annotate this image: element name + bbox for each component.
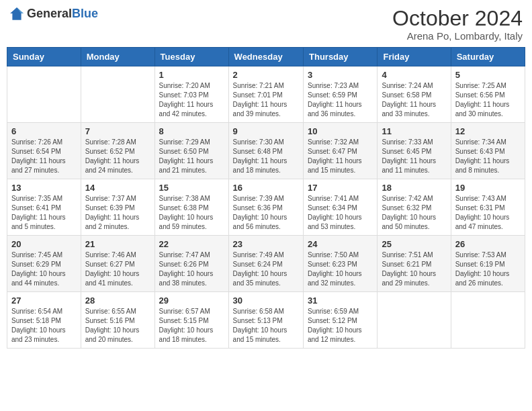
day-number: 20 bbox=[11, 239, 77, 249]
day-info: Sunrise: 6:54 AM Sunset: 5:18 PM Dayligh… bbox=[11, 307, 77, 345]
day-number: 3 bbox=[308, 70, 373, 80]
day-info: Sunrise: 7:21 AM Sunset: 7:01 PM Dayligh… bbox=[233, 81, 299, 119]
day-number: 22 bbox=[159, 239, 224, 249]
day-info: Sunrise: 7:47 AM Sunset: 6:26 PM Dayligh… bbox=[159, 250, 224, 288]
day-number: 25 bbox=[382, 239, 446, 249]
weekday-header-row: SundayMondayTuesdayWednesdayThursdayFrid… bbox=[7, 48, 525, 66]
day-number: 16 bbox=[233, 183, 299, 193]
day-info: Sunrise: 7:24 AM Sunset: 6:58 PM Dayligh… bbox=[382, 81, 446, 119]
day-cell: 1Sunrise: 7:20 AM Sunset: 7:03 PM Daylig… bbox=[154, 66, 228, 123]
day-cell: 18Sunrise: 7:42 AM Sunset: 6:32 PM Dayli… bbox=[378, 179, 451, 236]
day-info: Sunrise: 7:32 AM Sunset: 6:47 PM Dayligh… bbox=[308, 138, 373, 175]
day-cell: 6Sunrise: 7:26 AM Sunset: 6:54 PM Daylig… bbox=[7, 123, 81, 179]
day-info: Sunrise: 7:53 AM Sunset: 6:19 PM Dayligh… bbox=[455, 250, 521, 288]
day-number: 10 bbox=[308, 126, 373, 136]
calendar-table: SundayMondayTuesdayWednesdayThursdayFrid… bbox=[7, 47, 525, 349]
day-info: Sunrise: 7:23 AM Sunset: 6:59 PM Dayligh… bbox=[308, 81, 373, 119]
day-info: Sunrise: 7:41 AM Sunset: 6:34 PM Dayligh… bbox=[308, 194, 373, 232]
logo-icon bbox=[9, 7, 24, 21]
svg-marker-0 bbox=[10, 7, 24, 20]
day-number: 30 bbox=[233, 295, 299, 306]
day-number: 19 bbox=[455, 183, 521, 193]
weekday-header-tuesday: Tuesday bbox=[154, 48, 228, 66]
logo: GeneralBlue bbox=[9, 7, 98, 21]
day-cell bbox=[7, 66, 81, 123]
week-row-2: 6Sunrise: 7:26 AM Sunset: 6:54 PM Daylig… bbox=[7, 123, 525, 179]
day-info: Sunrise: 7:28 AM Sunset: 6:52 PM Dayligh… bbox=[85, 138, 150, 175]
day-cell: 17Sunrise: 7:41 AM Sunset: 6:34 PM Dayli… bbox=[304, 179, 378, 236]
location-title: Arena Po, Lombardy, Italy bbox=[392, 30, 523, 42]
weekday-header-thursday: Thursday bbox=[304, 48, 378, 66]
day-cell: 3Sunrise: 7:23 AM Sunset: 6:59 PM Daylig… bbox=[304, 66, 378, 123]
day-cell bbox=[378, 292, 451, 349]
day-cell: 7Sunrise: 7:28 AM Sunset: 6:52 PM Daylig… bbox=[81, 123, 154, 179]
day-cell: 19Sunrise: 7:43 AM Sunset: 6:31 PM Dayli… bbox=[451, 179, 525, 236]
day-number: 21 bbox=[85, 239, 150, 249]
day-cell: 10Sunrise: 7:32 AM Sunset: 6:47 PM Dayli… bbox=[304, 123, 378, 179]
day-info: Sunrise: 7:38 AM Sunset: 6:38 PM Dayligh… bbox=[159, 194, 224, 232]
day-number: 4 bbox=[382, 70, 446, 80]
day-info: Sunrise: 7:34 AM Sunset: 6:43 PM Dayligh… bbox=[455, 138, 521, 175]
day-info: Sunrise: 7:29 AM Sunset: 6:50 PM Dayligh… bbox=[159, 138, 224, 175]
weekday-header-saturday: Saturday bbox=[451, 48, 525, 66]
week-row-1: 1Sunrise: 7:20 AM Sunset: 7:03 PM Daylig… bbox=[7, 66, 525, 123]
day-info: Sunrise: 6:59 AM Sunset: 5:12 PM Dayligh… bbox=[308, 307, 373, 345]
day-cell: 31Sunrise: 6:59 AM Sunset: 5:12 PM Dayli… bbox=[304, 292, 378, 349]
day-cell: 2Sunrise: 7:21 AM Sunset: 7:01 PM Daylig… bbox=[228, 66, 303, 123]
day-info: Sunrise: 7:30 AM Sunset: 6:48 PM Dayligh… bbox=[233, 138, 299, 175]
day-number: 9 bbox=[233, 126, 299, 136]
day-number: 24 bbox=[308, 239, 373, 249]
week-row-5: 27Sunrise: 6:54 AM Sunset: 5:18 PM Dayli… bbox=[7, 292, 525, 349]
day-number: 12 bbox=[455, 126, 521, 136]
day-info: Sunrise: 7:37 AM Sunset: 6:39 PM Dayligh… bbox=[85, 194, 150, 232]
day-info: Sunrise: 7:25 AM Sunset: 6:56 PM Dayligh… bbox=[455, 81, 521, 119]
day-number: 5 bbox=[455, 70, 521, 80]
day-cell: 15Sunrise: 7:38 AM Sunset: 6:38 PM Dayli… bbox=[154, 179, 228, 236]
day-cell: 12Sunrise: 7:34 AM Sunset: 6:43 PM Dayli… bbox=[451, 123, 525, 179]
day-number: 23 bbox=[233, 239, 299, 249]
day-number: 26 bbox=[455, 239, 521, 249]
day-number: 18 bbox=[382, 183, 446, 193]
day-info: Sunrise: 7:39 AM Sunset: 6:36 PM Dayligh… bbox=[233, 194, 299, 232]
weekday-header-friday: Friday bbox=[378, 48, 451, 66]
day-number: 1 bbox=[159, 70, 224, 80]
day-cell bbox=[81, 66, 154, 123]
day-number: 27 bbox=[11, 295, 77, 306]
day-info: Sunrise: 7:35 AM Sunset: 6:41 PM Dayligh… bbox=[11, 194, 77, 232]
day-cell: 20Sunrise: 7:45 AM Sunset: 6:29 PM Dayli… bbox=[7, 236, 81, 292]
day-cell: 5Sunrise: 7:25 AM Sunset: 6:56 PM Daylig… bbox=[451, 66, 525, 123]
day-info: Sunrise: 7:49 AM Sunset: 6:24 PM Dayligh… bbox=[233, 250, 299, 288]
day-cell: 16Sunrise: 7:39 AM Sunset: 6:36 PM Dayli… bbox=[228, 179, 303, 236]
day-info: Sunrise: 7:51 AM Sunset: 6:21 PM Dayligh… bbox=[382, 250, 446, 288]
day-cell: 11Sunrise: 7:33 AM Sunset: 6:45 PM Dayli… bbox=[378, 123, 451, 179]
day-info: Sunrise: 7:45 AM Sunset: 6:29 PM Dayligh… bbox=[11, 250, 77, 288]
weekday-header-wednesday: Wednesday bbox=[228, 48, 303, 66]
day-cell: 23Sunrise: 7:49 AM Sunset: 6:24 PM Dayli… bbox=[228, 236, 303, 292]
day-number: 7 bbox=[85, 126, 150, 136]
day-cell: 24Sunrise: 7:50 AM Sunset: 6:23 PM Dayli… bbox=[304, 236, 378, 292]
day-number: 8 bbox=[159, 126, 224, 136]
day-info: Sunrise: 7:46 AM Sunset: 6:27 PM Dayligh… bbox=[85, 250, 150, 288]
day-number: 13 bbox=[11, 183, 77, 193]
day-cell: 25Sunrise: 7:51 AM Sunset: 6:21 PM Dayli… bbox=[378, 236, 451, 292]
day-info: Sunrise: 6:58 AM Sunset: 5:13 PM Dayligh… bbox=[233, 307, 299, 345]
day-info: Sunrise: 7:33 AM Sunset: 6:45 PM Dayligh… bbox=[382, 138, 446, 175]
day-number: 2 bbox=[233, 70, 299, 80]
day-number: 17 bbox=[308, 183, 373, 193]
day-cell: 29Sunrise: 6:57 AM Sunset: 5:15 PM Dayli… bbox=[154, 292, 228, 349]
day-number: 29 bbox=[159, 295, 224, 306]
day-cell: 30Sunrise: 6:58 AM Sunset: 5:13 PM Dayli… bbox=[228, 292, 303, 349]
day-info: Sunrise: 7:26 AM Sunset: 6:54 PM Dayligh… bbox=[11, 138, 77, 175]
day-number: 6 bbox=[11, 126, 77, 136]
day-number: 31 bbox=[308, 295, 373, 306]
day-number: 28 bbox=[85, 295, 150, 306]
day-cell bbox=[451, 292, 525, 349]
day-cell: 21Sunrise: 7:46 AM Sunset: 6:27 PM Dayli… bbox=[81, 236, 154, 292]
day-info: Sunrise: 7:43 AM Sunset: 6:31 PM Dayligh… bbox=[455, 194, 521, 232]
day-cell: 27Sunrise: 6:54 AM Sunset: 5:18 PM Dayli… bbox=[7, 292, 81, 349]
day-cell: 9Sunrise: 7:30 AM Sunset: 6:48 PM Daylig… bbox=[228, 123, 303, 179]
week-row-4: 20Sunrise: 7:45 AM Sunset: 6:29 PM Dayli… bbox=[7, 236, 525, 292]
month-title: October 2024 bbox=[392, 7, 523, 30]
day-cell: 22Sunrise: 7:47 AM Sunset: 6:26 PM Dayli… bbox=[154, 236, 228, 292]
title-section: October 2024 Arena Po, Lombardy, Italy bbox=[392, 7, 523, 42]
